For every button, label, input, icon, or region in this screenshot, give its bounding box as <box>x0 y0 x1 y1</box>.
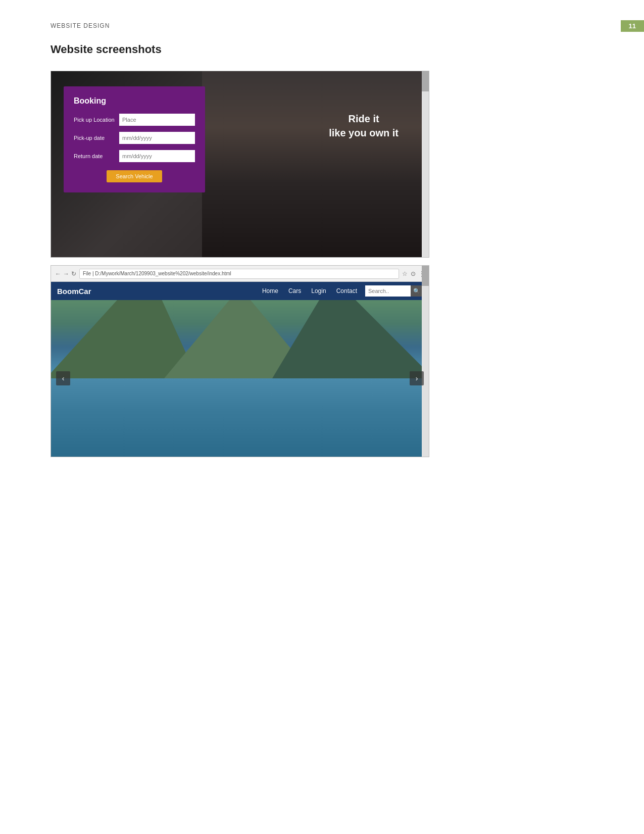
browser-nav: ← → ↻ <box>55 270 76 277</box>
booking-title: Booking <box>74 96 195 106</box>
doc-header: WEBSITE DESIGN <box>51 22 110 29</box>
site-brand: BoomCar <box>57 287 91 296</box>
pickup-location-field: Pick up Location <box>74 114 195 126</box>
site-search-button[interactable]: 🔍 <box>411 285 423 297</box>
site-search-input[interactable] <box>365 285 411 297</box>
booking-card: Booking Pick up Location Pick-up date Re… <box>64 86 205 192</box>
return-date-field: Return date <box>74 150 195 162</box>
reload-icon[interactable]: ↻ <box>71 270 76 277</box>
profile-icon[interactable]: ⊙ <box>411 270 416 277</box>
forward-icon[interactable]: → <box>63 270 69 277</box>
return-date-input[interactable] <box>119 150 195 162</box>
nav-contact[interactable]: Contact <box>336 287 357 295</box>
page-number: 11 <box>621 20 644 32</box>
tagline: Ride it like you own it <box>329 112 399 140</box>
pickup-location-input[interactable] <box>119 114 195 126</box>
mountain-right <box>272 300 429 378</box>
nav-cars[interactable]: Cars <box>288 287 301 295</box>
site-search-wrap: 🔍 <box>365 285 423 297</box>
site-nav-links: Home Cars Login Contact <box>262 287 357 295</box>
screenshot-2: ← → ↻ File | D:/Mywork/March/1209903_web… <box>51 265 429 457</box>
lake-reflection <box>51 378 429 457</box>
carousel-arrow-right[interactable]: › <box>410 371 424 385</box>
scrollbar-1[interactable] <box>422 71 429 257</box>
hero-image: ‹ › <box>51 300 429 457</box>
scrollbar-2[interactable] <box>422 266 429 457</box>
carousel-arrow-left[interactable]: ‹ <box>56 371 70 385</box>
nav-login[interactable]: Login <box>311 287 326 295</box>
star-icon[interactable]: ☆ <box>402 270 408 277</box>
pickup-date-field: Pick-up date <box>74 132 195 144</box>
back-icon[interactable]: ← <box>55 270 61 277</box>
site-navbar: BoomCar Home Cars Login Contact 🔍 <box>51 282 429 300</box>
return-date-label: Return date <box>74 153 119 159</box>
search-vehicle-button[interactable]: Search Vehicle <box>107 170 162 182</box>
tagline-line1: Ride it <box>329 112 399 126</box>
pickup-date-input[interactable] <box>119 132 195 144</box>
tagline-line2: like you own it <box>329 126 399 140</box>
browser-url-bar[interactable]: File | D:/Mywork/March/1209903_website%2… <box>79 269 399 279</box>
pickup-location-label: Pick up Location <box>74 117 119 123</box>
screenshot-1: Booking Pick up Location Pick-up date Re… <box>51 71 429 258</box>
pickup-date-label: Pick-up date <box>74 135 119 141</box>
browser-bar: ← → ↻ File | D:/Mywork/March/1209903_web… <box>51 266 429 282</box>
scrollbar-thumb-2 <box>422 266 429 286</box>
nav-home[interactable]: Home <box>262 287 278 295</box>
section-title: Website screenshots <box>51 43 162 56</box>
scrollbar-thumb-1 <box>422 71 429 91</box>
